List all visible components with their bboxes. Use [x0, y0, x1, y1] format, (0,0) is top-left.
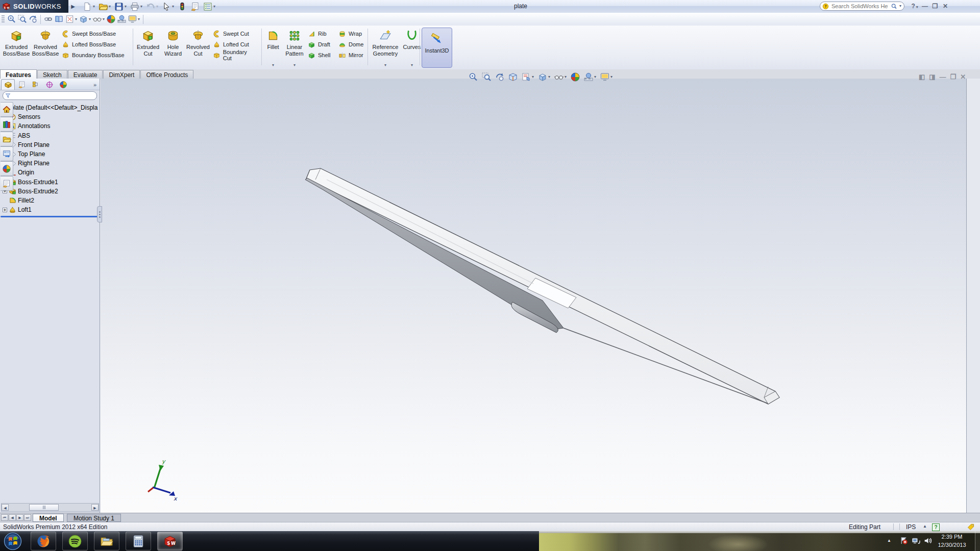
help-button[interactable]: ? ▾: [910, 0, 920, 13]
boundary-cut-button[interactable]: Boundary Cut: [211, 51, 258, 60]
panel-overflow-chevron[interactable]: »: [93, 80, 96, 90]
zoom-to-area-button[interactable]: [17, 14, 28, 25]
tree-item-sensors[interactable]: Sensors: [1, 112, 100, 121]
extruded-boss-base-button[interactable]: Extruded Boss/Base: [2, 27, 31, 67]
linear-pattern-button[interactable]: Linear Pattern ▾: [283, 27, 306, 67]
task-pane-view-palette-tab[interactable]: [1, 146, 13, 161]
tree-item-boss-extrude2[interactable]: Boss-Extrude2: [1, 187, 100, 196]
graphics-viewport[interactable]: y x: [101, 79, 966, 513]
menu-expand-arrow[interactable]: ▶: [69, 2, 77, 11]
view-settings-button[interactable]: ▾: [127, 14, 141, 25]
close-button[interactable]: ✕: [940, 0, 950, 13]
tab-evaluate[interactable]: Evaluate: [68, 70, 103, 79]
reference-geometry-dropdown[interactable]: ▾: [384, 63, 387, 67]
tab-sketch[interactable]: Sketch: [37, 70, 67, 79]
task-pane-appearances-tab[interactable]: [1, 161, 13, 176]
hud-zoom-to-fit-button[interactable]: [468, 71, 479, 83]
units-selector[interactable]: IPS: [906, 523, 916, 531]
minimize-button[interactable]: —: [920, 0, 930, 13]
quick-tips-button[interactable]: ?: [932, 523, 940, 531]
tab-office-products[interactable]: Office Products: [140, 70, 193, 79]
task-pane-custom-properties-tab[interactable]: [1, 176, 13, 191]
taskbar-spotify-button[interactable]: [62, 532, 88, 550]
hud-edit-appearance-button[interactable]: [570, 71, 581, 83]
fillet-dropdown[interactable]: ▾: [272, 63, 275, 67]
tree-item-front-plane[interactable]: Front Plane: [1, 140, 100, 149]
taskbar-firefox-button[interactable]: [31, 532, 56, 550]
rib-button[interactable]: Rib: [306, 29, 337, 38]
view-orientation-button[interactable]: ▾: [78, 14, 92, 25]
show-desktop-button[interactable]: [975, 531, 980, 551]
scrollbar-thumb[interactable]: [29, 504, 59, 511]
select-button[interactable]: ▾: [161, 1, 175, 12]
hide-show-button[interactable]: ▾: [92, 14, 106, 25]
task-pane-file-explorer-tab[interactable]: [1, 132, 13, 146]
tag-icon[interactable]: [967, 523, 975, 531]
options-button[interactable]: ▾: [202, 1, 216, 12]
plate-side-face[interactable]: [305, 178, 564, 330]
tree-item-loft1[interactable]: Loft1: [1, 205, 100, 214]
search-magnifier-icon[interactable]: [891, 3, 897, 10]
doc-restore-button[interactable]: ❐: [950, 73, 957, 81]
drawing-sheet-button[interactable]: ▾: [64, 14, 78, 25]
hole-wizard-button[interactable]: Hole Wizard: [161, 27, 185, 67]
tree-filter-input[interactable]: [12, 92, 94, 99]
restore-button[interactable]: ❐: [930, 0, 940, 13]
tray-expand-arrow[interactable]: ▲: [887, 538, 891, 543]
shell-button[interactable]: Shell: [306, 51, 337, 60]
hud-view-orientation-button[interactable]: ▾: [521, 71, 535, 83]
dimxpert-manager-tab[interactable]: [42, 79, 56, 90]
swept-boss-base-button[interactable]: Swept Boss/Base: [60, 29, 129, 38]
panel-splitter-handle[interactable]: [97, 206, 102, 222]
tab-features[interactable]: Features: [0, 69, 37, 79]
hud-display-style-button[interactable]: ▾: [537, 71, 551, 83]
rollback-bar[interactable]: [1, 216, 99, 217]
wrap-button[interactable]: Wrap: [337, 29, 371, 38]
expand-toggle[interactable]: [3, 208, 7, 212]
instant3d-button[interactable]: Instant3D: [422, 28, 452, 68]
open-button[interactable]: ▾: [97, 1, 112, 12]
last-tab-button[interactable]: ⏭: [24, 514, 31, 521]
new-document-button[interactable]: ▾: [82, 1, 96, 12]
model-tab[interactable]: Model: [33, 514, 64, 522]
motion-study-tab[interactable]: Motion Study 1: [67, 514, 121, 522]
apply-scene-button[interactable]: [116, 14, 127, 25]
lofted-cut-button[interactable]: Lofted Cut: [211, 40, 258, 49]
left-pane-toggle-icon[interactable]: ◧: [919, 73, 925, 81]
tree-root-item[interactable]: plate (Default<<Default>_Displa: [0, 103, 100, 112]
task-pane-design-library-tab[interactable]: [1, 117, 13, 132]
hud-view-settings-button[interactable]: ▾: [599, 71, 614, 83]
toolbar-grip[interactable]: [2, 15, 5, 23]
tree-item-top-plane[interactable]: Top Plane: [1, 149, 100, 159]
dome-button[interactable]: Dome: [337, 40, 371, 49]
draft-button[interactable]: Draft: [306, 40, 337, 49]
tree-item-origin[interactable]: Origin: [1, 168, 100, 177]
boundary-boss-base-button[interactable]: Boundary Boss/Base: [60, 51, 129, 60]
tree-item-material[interactable]: ABS: [1, 131, 100, 140]
taskbar-calculator-button[interactable]: [126, 532, 151, 550]
zoom-to-fit-button[interactable]: [6, 14, 17, 25]
tray-clock[interactable]: 2:39 PM 12/30/2013: [930, 533, 974, 549]
tree-item-fillet2[interactable]: Fillet2: [1, 196, 100, 205]
design-binder-button[interactable]: [54, 14, 64, 25]
previous-view-button[interactable]: [28, 14, 38, 25]
hud-apply-scene-button[interactable]: ▾: [583, 71, 597, 83]
lofted-boss-base-button[interactable]: Lofted Boss/Base: [60, 40, 129, 49]
selection-filter-button[interactable]: [177, 1, 188, 12]
edit-appearance-button[interactable]: [106, 14, 116, 25]
revolved-boss-base-button[interactable]: Revolved Boss/Base: [31, 27, 60, 67]
scroll-right-button[interactable]: ▶: [91, 504, 99, 511]
scroll-left-button[interactable]: ◀: [2, 504, 9, 511]
property-manager-tab[interactable]: [15, 79, 29, 90]
taskbar-explorer-button[interactable]: [94, 532, 119, 550]
action-center-flag-icon[interactable]: [899, 536, 908, 545]
hud-hide-show-items-button[interactable]: ▾: [553, 71, 568, 83]
configuration-manager-tab[interactable]: [29, 79, 42, 90]
hyperlink-button[interactable]: [43, 14, 54, 25]
task-pane-home-tab[interactable]: [1, 102, 13, 117]
hud-section-view-button[interactable]: [507, 71, 519, 83]
extruded-cut-button[interactable]: Extruded Cut: [135, 27, 161, 67]
display-manager-tab[interactable]: [56, 79, 70, 90]
prev-tab-button[interactable]: ◀: [9, 514, 16, 521]
print-button[interactable]: ▾: [129, 1, 143, 12]
